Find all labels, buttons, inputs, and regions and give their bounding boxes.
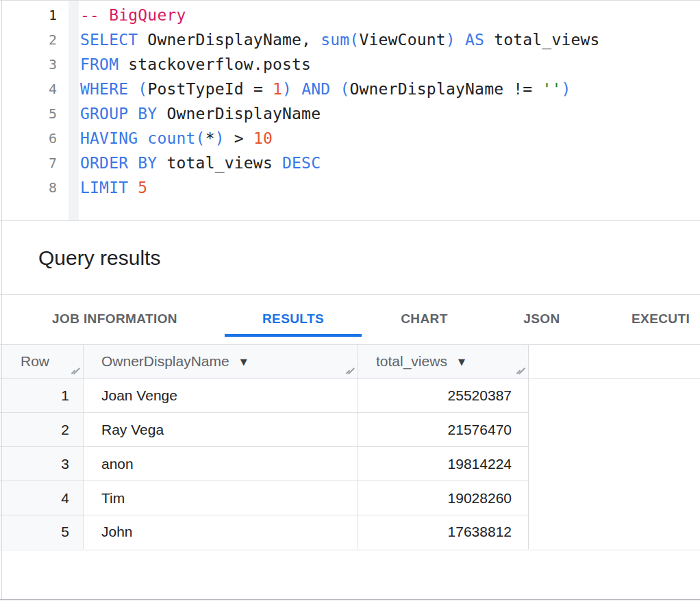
- tab-results[interactable]: RESULTS: [225, 295, 362, 344]
- line-number: 5: [0, 101, 57, 126]
- code-text: -- BigQuery: [80, 3, 186, 27]
- code-line[interactable]: 3FROM stackoverflow.posts: [0, 52, 700, 77]
- bigquery-query-results-screen: 1-- BigQuery2SELECT OwnerDisplayName, su…: [0, 0, 700, 601]
- column-header-row: Row: [0, 345, 84, 378]
- sort-arrow-icon[interactable]: ▼: [240, 357, 247, 367]
- code-token: PostTypeId =: [147, 80, 273, 98]
- code-token: -- BigQuery: [80, 6, 186, 24]
- line-number: 1: [0, 3, 57, 27]
- tab-label: EXECUTI: [632, 311, 690, 326]
- tab-label: RESULTS: [262, 311, 324, 326]
- code-token: HAVING: [80, 129, 138, 147]
- code-line[interactable]: 6HAVING count(*) > 10: [0, 126, 700, 151]
- code-text: HAVING count(*) > 10: [80, 126, 273, 151]
- code-line[interactable]: 1-- BigQuery: [0, 3, 700, 27]
- code-token: LIMIT: [80, 179, 128, 196]
- code-token: WHERE: [80, 80, 128, 98]
- owner-display-name-cell: John: [84, 515, 358, 549]
- code-token: total_views: [484, 31, 600, 49]
- code-line[interactable]: 7ORDER BY total_views DESC: [0, 151, 700, 175]
- sql-code: 1-- BigQuery2SELECT OwnerDisplayName, su…: [0, 1, 700, 200]
- code-token: 1: [273, 80, 282, 98]
- owner-display-name-cell: Tim: [84, 481, 358, 515]
- results-table: RowOwnerDisplayName▼total_views▼ 1Joan V…: [0, 345, 700, 550]
- code-token: ): [562, 80, 571, 98]
- table-row-filler: [529, 515, 700, 549]
- tab-executi[interactable]: EXECUTI: [632, 295, 700, 344]
- code-token: [128, 80, 138, 98]
- row-number-cell: 2: [0, 413, 84, 447]
- column-resize-handle-icon[interactable]: [71, 367, 79, 376]
- table-row-filler: [529, 447, 700, 481]
- row-number-cell: 1: [0, 379, 84, 413]
- code-token: (: [138, 80, 147, 98]
- code-token: [128, 179, 138, 196]
- code-token: [455, 31, 465, 49]
- sql-editor[interactable]: 1-- BigQuery2SELECT OwnerDisplayName, su…: [0, 0, 700, 221]
- code-token: 10: [253, 129, 273, 147]
- owner-display-name-cell: anon: [84, 447, 358, 481]
- owner-display-name-cell: Joan Venge: [84, 379, 358, 413]
- code-text: WHERE (PostTypeId = 1) AND (OwnerDisplay…: [80, 77, 571, 101]
- total-views-cell: 17638812: [358, 515, 529, 549]
- owner-display-name-cell: Ray Vega: [84, 413, 358, 447]
- code-token: AS: [465, 31, 484, 49]
- code-token: '': [542, 80, 561, 98]
- code-text: SELECT OwnerDisplayName, sum(ViewCount) …: [80, 27, 600, 52]
- total-views-cell: 25520387: [358, 379, 529, 413]
- table-row-filler: [529, 379, 700, 413]
- tab-label: CHART: [401, 311, 448, 326]
- column-resize-handle-icon[interactable]: [345, 367, 354, 376]
- code-token: ): [282, 80, 292, 98]
- row-number-cell: 3: [0, 447, 84, 481]
- line-number: 4: [0, 77, 57, 101]
- code-token: total_views: [157, 154, 282, 172]
- table-row-filler: [529, 481, 700, 515]
- code-token: count(: [147, 129, 205, 147]
- tab-chart[interactable]: CHART: [362, 295, 487, 344]
- code-token: DESC: [282, 154, 321, 172]
- panel-left-border: [1, 0, 2, 600]
- code-line[interactable]: 8LIMIT 5: [0, 175, 700, 200]
- line-number: 7: [0, 151, 57, 175]
- code-text: FROM stackoverflow.posts: [80, 52, 311, 77]
- code-token: sum(: [321, 31, 359, 49]
- code-token: AND: [301, 80, 330, 98]
- tab-label: JOB INFORMATION: [52, 311, 177, 326]
- table-row: 3anon19814224: [0, 447, 700, 481]
- code-text: ORDER BY total_views DESC: [80, 151, 321, 175]
- code-line[interactable]: 4WHERE (PostTypeId = 1) AND (OwnerDispla…: [0, 77, 700, 101]
- code-token: ): [446, 31, 455, 49]
- code-token: OwnerDisplayName: [157, 105, 321, 123]
- query-results-panel: Query results: [0, 222, 700, 295]
- code-token: [138, 129, 147, 147]
- table-row: 1Joan Venge25520387: [0, 379, 700, 413]
- row-number-cell: 5: [0, 515, 84, 549]
- code-token: (: [340, 80, 349, 98]
- tab-job-information[interactable]: JOB INFORMATION: [27, 295, 202, 344]
- results-tabbar: JOB INFORMATIONRESULTSCHARTJSONEXECUTI: [0, 295, 700, 345]
- code-text: GROUP BY OwnerDisplayName: [80, 101, 321, 126]
- code-line[interactable]: 2SELECT OwnerDisplayName, sum(ViewCount)…: [0, 27, 700, 52]
- table-row: 2Ray Vega21576470: [0, 413, 700, 447]
- code-token: [330, 80, 340, 98]
- total-views-cell: 19814224: [358, 447, 529, 481]
- line-number: 6: [0, 126, 57, 151]
- code-token: OwnerDisplayName !=: [349, 80, 542, 98]
- code-token: ORDER BY: [80, 154, 157, 172]
- code-text: LIMIT 5: [80, 175, 147, 200]
- table-row-filler: [529, 413, 700, 447]
- code-token: *: [205, 129, 215, 147]
- code-token: GROUP BY: [80, 105, 157, 123]
- tab-label: JSON: [523, 311, 560, 326]
- line-number: 8: [0, 175, 57, 200]
- sort-arrow-icon[interactable]: ▼: [458, 357, 465, 367]
- tab-json[interactable]: JSON: [487, 295, 597, 344]
- table-row: 4Tim19028260: [0, 481, 700, 515]
- table-body: 1Joan Venge255203872Ray Vega215764703ano…: [0, 379, 700, 550]
- column-header-total-views: total_views▼: [358, 345, 529, 378]
- column-resize-handle-icon[interactable]: [516, 367, 525, 376]
- column-header-ownerdisplayname: OwnerDisplayName▼: [84, 345, 358, 378]
- code-line[interactable]: 5GROUP BY OwnerDisplayName: [0, 101, 700, 126]
- code-token: ): [215, 129, 225, 147]
